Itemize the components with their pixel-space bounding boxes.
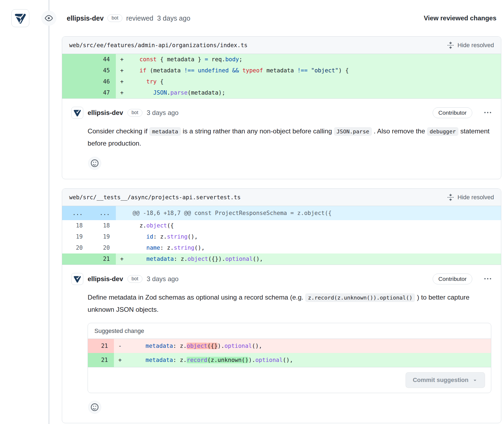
- review-action: reviewed: [126, 14, 153, 22]
- commit-suggestion-button[interactable]: Commit suggestion: [406, 372, 485, 388]
- line-number[interactable]: 18: [89, 220, 116, 231]
- line-number[interactable]: 20: [62, 242, 89, 253]
- line-number[interactable]: 21: [89, 253, 116, 265]
- file-card: web/src/ee/features/admin-api/organizati…: [62, 36, 501, 179]
- ellipsis-logo-icon: [13, 11, 27, 25]
- review-comment: ellipsis-dev bot 3 days ago Contributor …: [62, 265, 501, 423]
- diff-code-line: metadata: z.object({}).optional(),: [132, 339, 491, 353]
- line-number[interactable]: 19: [62, 231, 89, 242]
- diff-table: ......@@ -18,6 +18,7 @@ const ProjectRes…: [62, 206, 501, 265]
- line-number[interactable]: 18: [62, 220, 89, 231]
- diff-code-line: metadata: z.record(z.unknown()).optional…: [132, 353, 491, 367]
- emoji-reaction-button[interactable]: [88, 157, 101, 170]
- line-number: ...: [62, 206, 89, 220]
- diff-code-line: id: z.string(),: [133, 231, 501, 242]
- contributor-badge: Contributor: [433, 107, 472, 118]
- diff-code-line: JSON.parse(metadata);: [133, 87, 501, 98]
- line-number[interactable]: 45: [89, 65, 116, 76]
- hide-resolved-button[interactable]: Hide resolved: [447, 194, 494, 201]
- diff-marker: +: [116, 65, 133, 76]
- file-path[interactable]: web/src/ee/features/admin-api/organizati…: [69, 42, 247, 49]
- ellipsis-logo-icon: [73, 274, 82, 284]
- file-header: web/src/__tests__/async/projects-api.ser…: [62, 189, 501, 206]
- suggestion-footer: Commit suggestion: [88, 367, 491, 393]
- eye-icon: [45, 14, 53, 22]
- line-number[interactable]: 47: [89, 87, 116, 98]
- diff-marker: -: [114, 339, 132, 353]
- inline-code: metadata: [149, 127, 181, 136]
- hide-resolved-button[interactable]: Hide resolved: [447, 42, 494, 49]
- file-header: web/src/ee/features/admin-api/organizati…: [62, 37, 501, 54]
- diff-row: 21+ metadata: z.object({}).optional(),: [62, 253, 501, 265]
- review-header: ellipsis-dev bot reviewed 3 days ago Vie…: [0, 0, 504, 27]
- line-number: [62, 65, 89, 76]
- hide-resolved-label: Hide resolved: [457, 194, 494, 201]
- kebab-menu-button[interactable]: [484, 275, 491, 282]
- caret-down-icon: [472, 377, 478, 383]
- suggested-change: Suggested change 21- metadata: z.object(…: [88, 323, 491, 393]
- comment-avatar[interactable]: [71, 107, 83, 119]
- fold-icon: [447, 42, 454, 49]
- diff-row: 47+ JSON.parse(metadata);: [62, 87, 501, 98]
- kebab-horizontal-icon: [484, 275, 491, 282]
- diff-code-line: @@ -18,6 +18,7 @@ const ProjectResponseS…: [133, 206, 501, 220]
- diff-marker: +: [116, 253, 133, 265]
- review-event-badge: [41, 11, 56, 26]
- diff-row: 45+ if (metadata !== undefined && typeof…: [62, 65, 501, 76]
- inline-code: JSON.parse: [334, 127, 372, 136]
- hide-resolved-label: Hide resolved: [457, 42, 494, 49]
- view-reviewed-changes-link[interactable]: View reviewed changes: [424, 14, 496, 22]
- diff-code-line: if (metadata !== undefined && typeof met…: [133, 65, 501, 76]
- line-number[interactable]: 21: [88, 353, 114, 367]
- diff-code-line: try {: [133, 76, 501, 87]
- diff-code-line: const { metadata } = req.body;: [133, 54, 501, 65]
- diff-marker: [116, 206, 133, 220]
- line-number: [62, 54, 89, 65]
- diff-marker: [116, 231, 133, 242]
- line-number[interactable]: 21: [88, 339, 114, 353]
- diff-code-line: name: z.string(),: [133, 242, 501, 253]
- line-number[interactable]: 20: [89, 242, 116, 253]
- body-text: Consider checking if: [88, 127, 149, 135]
- diff-row: 1818 z.object({: [62, 220, 501, 231]
- diff-row: 2020 name: z.string(),: [62, 242, 501, 253]
- kebab-menu-button[interactable]: [484, 109, 491, 116]
- comment-avatar[interactable]: [71, 273, 83, 285]
- comment-author[interactable]: ellipsis-dev: [88, 109, 123, 117]
- review-timestamp[interactable]: 3 days ago: [157, 14, 190, 22]
- diff-marker: +: [116, 87, 133, 98]
- file-path[interactable]: web/src/__tests__/async/projects-api.ser…: [69, 194, 241, 201]
- comment-timestamp[interactable]: 3 days ago: [147, 275, 178, 283]
- diff-code-line: z.object({: [133, 220, 501, 231]
- line-number[interactable]: 44: [89, 54, 116, 65]
- body-text: Define metadata in Zod schemas as option…: [88, 294, 305, 301]
- comment-body: Define metadata in Zod schemas as option…: [88, 291, 491, 315]
- timeline-line: [49, 0, 49, 424]
- comment-bot-badge: bot: [127, 275, 142, 283]
- diff-row: 46+ try {: [62, 76, 501, 87]
- reviewer-name[interactable]: ellipsis-dev: [67, 14, 104, 22]
- emoji-reaction-button[interactable]: [88, 401, 101, 414]
- diff-marker: [116, 220, 133, 231]
- body-text: . Also remove the: [372, 127, 427, 135]
- kebab-horizontal-icon: [484, 109, 491, 116]
- line-number: ...: [89, 206, 116, 220]
- diff-marker: [116, 242, 133, 253]
- line-number: [62, 76, 89, 87]
- suggestion-diff: 21- metadata: z.object({}).optional(),21…: [88, 339, 491, 367]
- diff-table: 44+ const { metadata } = req.body;45+ if…: [62, 54, 501, 99]
- comment-timestamp[interactable]: 3 days ago: [147, 109, 178, 117]
- bot-badge: bot: [107, 14, 122, 22]
- comment-author[interactable]: ellipsis-dev: [88, 275, 123, 283]
- inline-code: z.record(z.unknown()).optional(): [305, 293, 415, 302]
- comment-bot-badge: bot: [127, 109, 142, 117]
- diff-row: 44+ const { metadata } = req.body;: [62, 54, 501, 65]
- line-number[interactable]: 19: [89, 231, 116, 242]
- diff-row: 21- metadata: z.object({}).optional(),: [88, 339, 491, 353]
- diff-marker: +: [116, 54, 133, 65]
- diff-row: ......@@ -18,6 +18,7 @@ const ProjectRes…: [62, 206, 501, 220]
- review-comment: ellipsis-dev bot 3 days ago Contributor …: [62, 99, 501, 179]
- reviewer-avatar[interactable]: [11, 9, 29, 27]
- line-number[interactable]: 46: [89, 76, 116, 87]
- diff-code-line: metadata: z.object({}).optional(),: [133, 253, 501, 265]
